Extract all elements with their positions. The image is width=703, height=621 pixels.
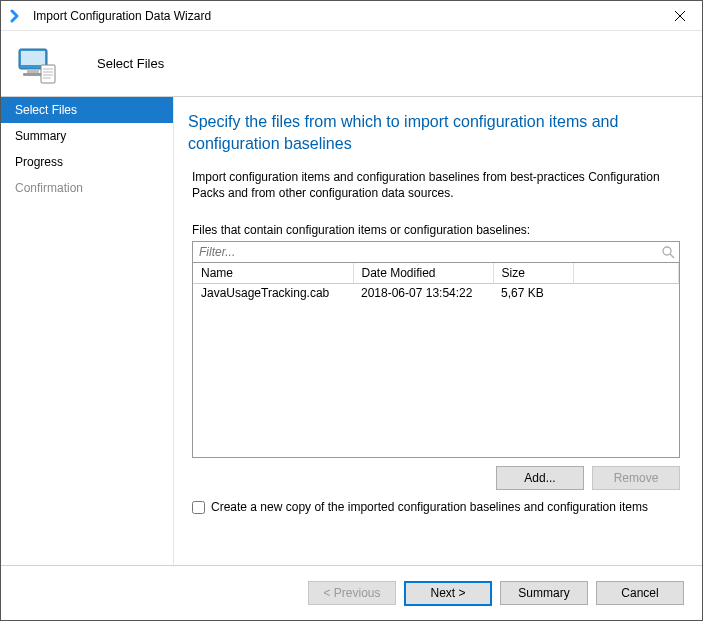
filter-input[interactable] bbox=[193, 242, 657, 262]
add-button[interactable]: Add... bbox=[496, 466, 584, 490]
filter-row bbox=[192, 241, 680, 263]
svg-rect-3 bbox=[21, 51, 45, 65]
svg-rect-6 bbox=[41, 65, 55, 83]
copy-checkbox[interactable] bbox=[192, 501, 205, 514]
add-remove-row: Add... Remove bbox=[192, 466, 680, 490]
cell-date: 2018-06-07 13:54:22 bbox=[353, 283, 493, 302]
close-button[interactable] bbox=[657, 1, 702, 31]
sidebar-step-progress[interactable]: Progress bbox=[1, 149, 173, 175]
copy-checkbox-row: Create a new copy of the imported config… bbox=[192, 500, 680, 514]
svg-line-12 bbox=[670, 254, 674, 258]
col-spacer bbox=[573, 263, 679, 283]
wizard-sidebar: Select Files Summary Progress Confirmati… bbox=[1, 97, 174, 565]
col-name[interactable]: Name bbox=[193, 263, 353, 283]
previous-button: < Previous bbox=[308, 581, 396, 605]
app-icon bbox=[9, 8, 25, 24]
wizard-body: Select Files Summary Progress Confirmati… bbox=[1, 97, 702, 565]
file-table-wrap[interactable]: Name Date Modified Size JavaUsageTrackin… bbox=[192, 263, 680, 458]
cell-size: 5,67 KB bbox=[493, 283, 573, 302]
wizard-content: Specify the files from which to import c… bbox=[174, 97, 702, 565]
svg-rect-4 bbox=[27, 69, 39, 73]
window-title: Import Configuration Data Wizard bbox=[33, 9, 657, 23]
remove-button: Remove bbox=[592, 466, 680, 490]
col-date[interactable]: Date Modified bbox=[353, 263, 493, 283]
file-table: Name Date Modified Size JavaUsageTrackin… bbox=[193, 263, 679, 302]
next-button[interactable]: Next > bbox=[404, 581, 492, 606]
instruction-text: Import configuration items and configura… bbox=[188, 169, 684, 201]
page-title: Specify the files from which to import c… bbox=[188, 111, 684, 155]
wizard-header: Select Files bbox=[1, 31, 702, 97]
sidebar-step-select-files[interactable]: Select Files bbox=[1, 97, 173, 123]
sidebar-step-summary[interactable]: Summary bbox=[1, 123, 173, 149]
svg-point-11 bbox=[663, 247, 671, 255]
table-row[interactable]: JavaUsageTracking.cab 2018-06-07 13:54:2… bbox=[193, 283, 679, 302]
list-label: Files that contain configuration items o… bbox=[188, 223, 684, 237]
col-size[interactable]: Size bbox=[493, 263, 573, 283]
summary-button[interactable]: Summary bbox=[500, 581, 588, 605]
table-header-row: Name Date Modified Size bbox=[193, 263, 679, 283]
cell-name: JavaUsageTracking.cab bbox=[193, 283, 353, 302]
header-label: Select Files bbox=[97, 56, 164, 71]
search-icon[interactable] bbox=[657, 242, 679, 262]
sidebar-step-confirmation: Confirmation bbox=[1, 175, 173, 201]
svg-rect-5 bbox=[23, 73, 43, 76]
wizard-icon bbox=[13, 41, 59, 87]
cancel-button[interactable]: Cancel bbox=[596, 581, 684, 605]
close-icon bbox=[675, 11, 685, 21]
copy-checkbox-label: Create a new copy of the imported config… bbox=[211, 500, 648, 514]
titlebar: Import Configuration Data Wizard bbox=[1, 1, 702, 31]
wizard-footer: < Previous Next > Summary Cancel bbox=[1, 565, 702, 620]
